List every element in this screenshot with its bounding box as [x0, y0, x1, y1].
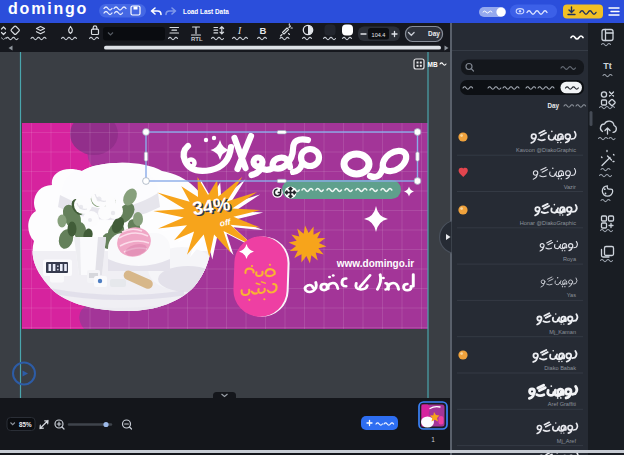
- svg-text:RTL: RTL: [191, 36, 203, 42]
- svg-text:Vazir: Vazir: [564, 184, 576, 190]
- svg-text:MB: MB: [428, 61, 438, 68]
- svg-text:1: 1: [431, 436, 435, 443]
- svg-text:Mj_Kaman: Mj_Kaman: [549, 329, 576, 335]
- svg-text:Day: Day: [547, 102, 559, 110]
- svg-text:Load Last Data: Load Last Data: [183, 8, 229, 15]
- svg-text:Diako Babak: Diako Babak: [544, 365, 576, 371]
- svg-text:I: I: [237, 26, 242, 36]
- svg-text:Roya: Roya: [563, 256, 577, 262]
- svg-text:Day: Day: [428, 30, 440, 38]
- svg-text:Kavoon @DiakoGraphic: Kavoon @DiakoGraphic: [516, 147, 576, 153]
- svg-text:85%: 85%: [19, 421, 32, 428]
- svg-text:Mj_Aref: Mj_Aref: [557, 438, 577, 444]
- svg-text:Aref Graffiti: Aref Graffiti: [548, 401, 576, 407]
- svg-text:Honar @DiakoGraphic: Honar @DiakoGraphic: [520, 220, 577, 226]
- svg-text:Yas: Yas: [567, 292, 576, 298]
- svg-text:B: B: [260, 25, 267, 36]
- svg-text:104.4: 104.4: [372, 32, 386, 38]
- svg-text:Tt: Tt: [603, 61, 612, 71]
